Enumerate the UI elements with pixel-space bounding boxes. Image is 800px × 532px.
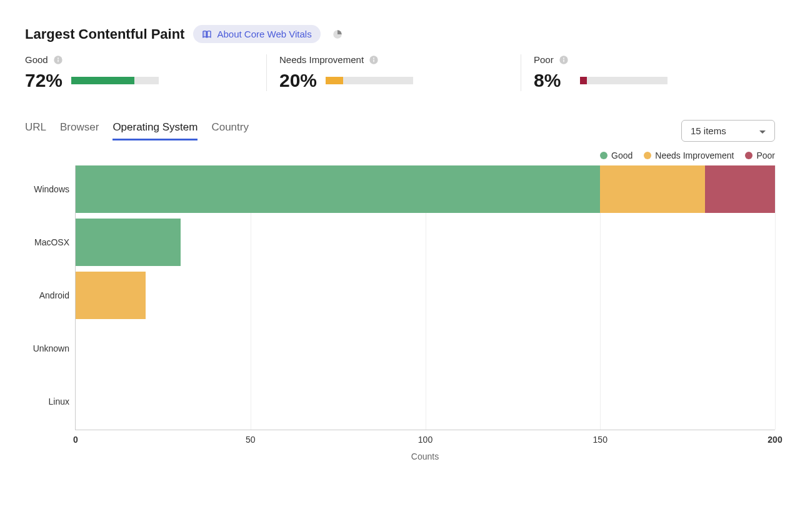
chart-toggle-icon[interactable] — [332, 29, 343, 40]
legend-dot — [644, 152, 651, 159]
tab-browser[interactable]: Browser — [60, 121, 99, 140]
metric-label: Needs Improvement — [279, 54, 364, 65]
tabs: URLBrowserOperating SystemCountry — [25, 121, 249, 140]
legend-dot — [600, 152, 608, 159]
dropdown-label: 15 items — [691, 126, 726, 136]
svg-rect-6 — [373, 59, 374, 62]
bar-segment-needs-improvement[interactable] — [76, 272, 146, 319]
bar-row-android — [76, 272, 775, 319]
metric-bar — [326, 77, 413, 84]
metric-value: 8% — [534, 70, 574, 91]
svg-rect-3 — [58, 59, 58, 62]
y-tick: Linux — [49, 397, 76, 406]
x-tick: 0 — [73, 430, 78, 445]
grid-line — [775, 165, 776, 430]
header: Largest Contentful Paint About Core Web … — [25, 25, 775, 43]
metric-value: 72% — [25, 70, 65, 91]
info-icon[interactable] — [53, 55, 63, 65]
bar-row-windows — [76, 165, 775, 213]
metric-value: 20% — [279, 70, 319, 91]
chevron-down-icon — [759, 126, 766, 136]
chart: 050100150200WindowsMacOSXAndroidUnknownL… — [25, 165, 775, 493]
book-icon — [202, 29, 212, 39]
legend-label: Poor — [756, 150, 775, 160]
info-icon[interactable] — [559, 55, 569, 65]
metric-bar — [580, 77, 668, 84]
legend-item-good[interactable]: Good — [600, 150, 632, 160]
legend-item-poor[interactable]: Poor — [745, 150, 775, 160]
y-tick: MacOSX — [34, 237, 76, 247]
items-dropdown[interactable]: 15 items — [681, 120, 775, 142]
metrics-summary: Good 72% Needs Improvement 20% Poor — [25, 54, 775, 91]
svg-point-2 — [58, 57, 59, 59]
legend-label: Good — [611, 150, 632, 160]
x-tick: 200 — [768, 430, 782, 445]
bar-segment-good[interactable] — [76, 219, 181, 266]
tab-country[interactable]: Country — [211, 121, 249, 140]
svg-point-8 — [563, 57, 564, 59]
x-tick: 150 — [593, 430, 608, 445]
bar-row-unknown — [76, 325, 775, 372]
metric-poor: Poor 8% — [521, 54, 775, 91]
bar-segment-needs-improvement[interactable] — [600, 165, 705, 213]
tab-operating-system[interactable]: Operating System — [112, 121, 198, 140]
metric-label: Poor — [534, 54, 554, 65]
chart-legend: GoodNeeds ImprovementPoor — [25, 150, 775, 160]
y-tick: Windows — [34, 184, 76, 194]
bar-segment-good[interactable] — [76, 165, 600, 213]
metric-needs-improvement: Needs Improvement 20% — [267, 54, 521, 91]
svg-rect-9 — [563, 59, 564, 62]
tab-url[interactable]: URL — [25, 121, 46, 140]
about-label: About Core Web Vitals — [217, 29, 311, 39]
metric-bar — [71, 77, 159, 84]
info-icon[interactable] — [369, 55, 379, 65]
svg-point-5 — [373, 57, 374, 59]
bar-row-linux — [76, 378, 775, 425]
bar-row-macosx — [76, 219, 775, 266]
x-tick: 100 — [418, 430, 432, 445]
y-tick: Android — [39, 290, 76, 300]
tabs-row: URLBrowserOperating SystemCountry 15 ite… — [25, 120, 775, 142]
bar-segment-poor[interactable] — [705, 165, 775, 213]
page-title: Largest Contentful Paint — [25, 26, 184, 42]
x-tick: 50 — [246, 430, 256, 445]
x-axis-label: Counts — [75, 451, 775, 461]
legend-dot — [745, 152, 752, 159]
about-core-web-vitals-badge[interactable]: About Core Web Vitals — [193, 25, 320, 43]
y-tick: Unknown — [33, 343, 76, 353]
legend-label: Needs Improvement — [655, 150, 734, 160]
metric-good: Good 72% — [25, 54, 267, 91]
legend-item-needs-improvement[interactable]: Needs Improvement — [644, 150, 734, 160]
chart-plot: 050100150200WindowsMacOSXAndroidUnknownL… — [75, 165, 775, 430]
metric-label: Good — [25, 54, 48, 65]
